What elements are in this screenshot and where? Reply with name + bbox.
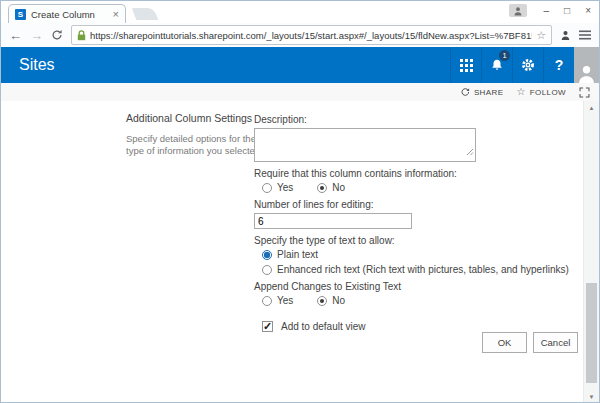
suite-bar-actions: 1 ?: [450, 47, 599, 83]
plain-text-label: Plain text: [277, 249, 318, 260]
settings-button[interactable]: [512, 47, 543, 83]
share-button[interactable]: SHARE: [460, 87, 504, 97]
tab-strip: S Create Column × – □ ×: [1, 1, 599, 23]
append-yes-label: Yes: [277, 295, 293, 306]
url-input[interactable]: [90, 30, 532, 41]
scrollbar-thumb[interactable]: [586, 283, 597, 383]
follow-button[interactable]: ☆ FOLLOW: [516, 87, 566, 97]
require-radio-group: Yes No: [262, 182, 584, 193]
https-lock-icon: [77, 30, 86, 41]
help-icon: ?: [555, 57, 564, 73]
section-title: Additional Column Settings: [126, 112, 264, 124]
default-view-option[interactable]: Add to default view: [262, 321, 584, 332]
tab-title: Create Column: [31, 9, 108, 20]
user-avatar[interactable]: [574, 47, 599, 83]
page-content: Additional Column Settings Specify detai…: [1, 101, 599, 403]
window-controls: – □ ×: [509, 4, 591, 17]
scroll-up-icon[interactable]: ▲: [584, 105, 599, 111]
lines-input[interactable]: [254, 213, 412, 229]
require-no-option[interactable]: No: [317, 182, 345, 193]
plain-text-option[interactable]: Plain text: [262, 249, 584, 260]
focus-mode-button[interactable]: [579, 87, 590, 98]
cancel-button[interactable]: Cancel: [533, 332, 578, 353]
reload-icon[interactable]: [51, 29, 63, 41]
text-type-radio-group: Plain text Enhanced rich text (Rich text…: [254, 249, 584, 275]
notifications-button[interactable]: 1: [481, 47, 512, 83]
require-no-label: No: [332, 182, 345, 193]
default-view-label: Add to default view: [281, 321, 366, 332]
share-icon: [460, 87, 470, 97]
require-yes-option[interactable]: Yes: [262, 182, 293, 193]
site-title[interactable]: Sites: [19, 56, 55, 74]
description-textarea[interactable]: [254, 128, 476, 162]
enhanced-rich-text-label: Enhanced rich text (Rich text with pictu…: [277, 264, 569, 275]
notification-badge: 1: [499, 50, 510, 61]
description-label: Description:: [254, 114, 584, 125]
suite-bar: Sites 1: [1, 47, 599, 83]
person-icon: [513, 6, 523, 16]
new-tab-button[interactable]: [132, 8, 159, 20]
append-yes-radio[interactable]: [262, 296, 272, 306]
gear-icon: [521, 58, 535, 72]
default-view-checkbox[interactable]: [262, 321, 273, 332]
require-label: Require that this column contains inform…: [254, 168, 584, 179]
maximize-button[interactable]: □: [564, 6, 570, 16]
plain-text-radio[interactable]: [262, 250, 272, 260]
browser-tab[interactable]: S Create Column ×: [8, 4, 126, 23]
append-no-radio[interactable]: [317, 296, 327, 306]
avatar-person-icon: [577, 64, 596, 83]
section-help-text: Specify detailed options for the type of…: [126, 133, 264, 158]
enhanced-rich-text-option[interactable]: Enhanced rich text (Rich text with pictu…: [262, 264, 584, 275]
close-button[interactable]: ×: [585, 6, 591, 16]
extension-person-icon[interactable]: [560, 30, 571, 41]
back-icon[interactable]: ←: [9, 29, 22, 42]
column-settings-form: Description: Require that this column co…: [254, 114, 584, 332]
browser-toolbar: ← → ☆: [1, 23, 599, 47]
enhanced-rich-text-radio[interactable]: [262, 265, 272, 275]
menu-icon[interactable]: [579, 30, 591, 40]
bookmark-star-icon[interactable]: ☆: [536, 30, 546, 41]
append-no-label: No: [332, 295, 345, 306]
browser-window: S Create Column × – □ × ← →: [0, 0, 600, 403]
text-type-label: Specify the type of text to allow:: [254, 235, 584, 246]
require-yes-label: Yes: [277, 182, 293, 193]
ok-button[interactable]: OK: [482, 332, 527, 353]
grid-icon: [460, 59, 473, 72]
resize-grip-icon[interactable]: [466, 147, 474, 158]
help-button[interactable]: ?: [543, 47, 574, 83]
append-yes-option[interactable]: Yes: [262, 295, 293, 306]
append-radio-group: Yes No: [262, 295, 584, 306]
append-label: Append Changes to Existing Text: [254, 281, 584, 292]
app-launcher-button[interactable]: [450, 47, 481, 83]
tab-close-icon[interactable]: ×: [113, 9, 119, 20]
require-no-radio[interactable]: [317, 183, 327, 193]
follow-label: FOLLOW: [530, 88, 566, 97]
minimize-button[interactable]: –: [544, 6, 550, 16]
browser-profile-icon[interactable]: [509, 4, 527, 17]
forward-icon[interactable]: →: [30, 29, 43, 42]
lines-label: Number of lines for editing:: [254, 199, 584, 210]
page-action-bar: SHARE ☆ FOLLOW: [1, 83, 599, 101]
append-no-option[interactable]: No: [317, 295, 345, 306]
vertical-scrollbar[interactable]: ▲ ▼: [583, 101, 599, 403]
address-bar[interactable]: ☆: [71, 25, 552, 45]
share-label: SHARE: [474, 88, 504, 97]
sharepoint-favicon-icon: S: [15, 9, 26, 20]
scroll-down-icon[interactable]: ▼: [584, 394, 599, 400]
settings-section-description: Additional Column Settings Specify detai…: [126, 112, 264, 158]
require-yes-radio[interactable]: [262, 183, 272, 193]
follow-star-icon: ☆: [516, 87, 525, 97]
